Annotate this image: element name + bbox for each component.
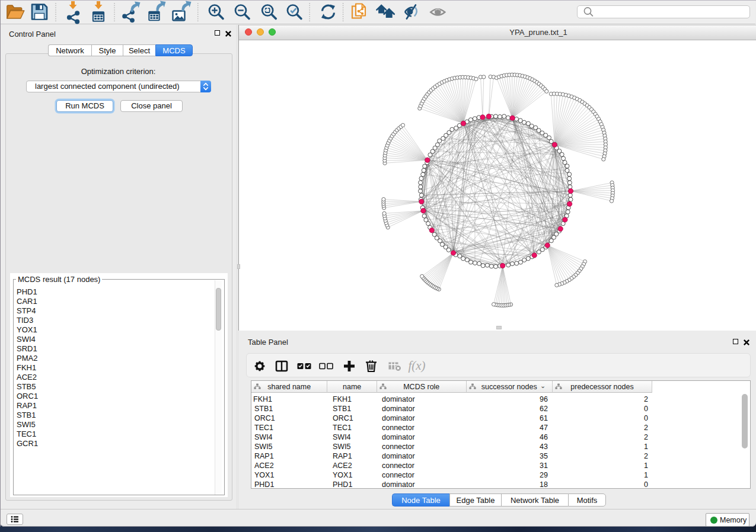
svg-text:f(x): f(x): [408, 358, 425, 373]
